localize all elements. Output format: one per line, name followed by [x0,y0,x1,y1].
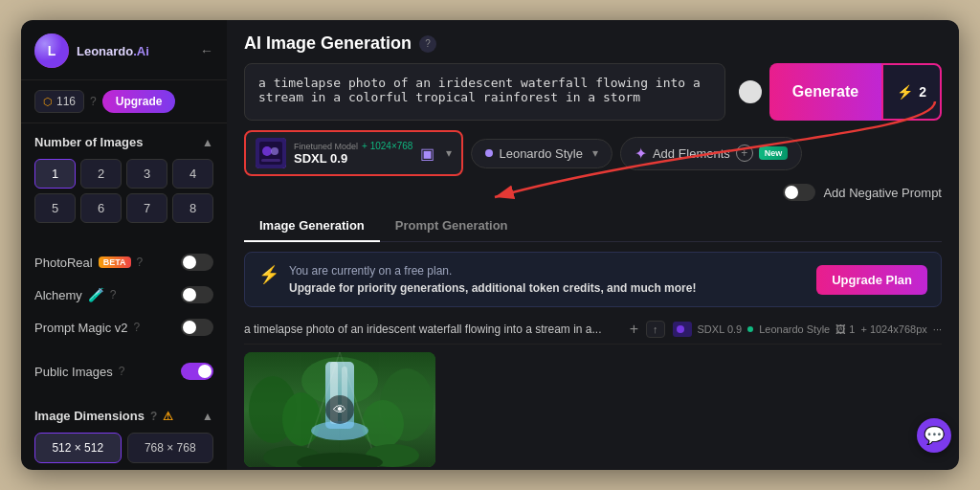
dimensions-grid: 512 × 512 768 × 768 [34,433,213,463]
upgrade-button[interactable]: Upgrade [102,90,176,113]
generation-row: a timelapse photo of an iridescent water… [244,315,942,345]
num-btn-7[interactable]: 7 [126,193,167,223]
style-dot-icon [485,149,493,157]
model-tag-text: Finetuned Model [294,142,358,151]
svg-point-14 [362,400,404,448]
num-btn-1[interactable]: 1 [34,159,76,189]
gen-model-label: SDXL 0.9 [698,323,743,335]
public-images-help-icon[interactable]: ? [119,365,125,378]
prompt-magic-help-icon[interactable]: ? [134,321,141,334]
prompt-toggle[interactable] [739,80,762,103]
logo-avatar: L [34,33,69,68]
num-btn-6[interactable]: 6 [80,193,122,223]
dim-btn-768[interactable]: 768 × 768 [127,433,214,463]
public-images-row: Public Images ? [21,355,227,388]
generation-meta: SDXL 0.9 Leonardo Style 🖼 1 + 1024x768px… [673,322,942,337]
banner-text: You are currently on a free plan. Upgrad… [289,262,696,297]
prompt-input[interactable]: a timelapse photo of an iridescent water… [244,63,725,121]
svg-point-4 [262,146,272,156]
generate-area: Generate ⚡ 2 [769,63,942,121]
dim-btn-512[interactable]: 512 × 512 [34,433,122,463]
prompt-magic-label: Prompt Magic v2 ? [34,321,140,335]
negative-prompt-label: Add Negative Prompt [823,186,942,200]
upgrade-plan-button[interactable]: Upgrade Plan [816,265,927,295]
tab-image-generation[interactable]: Image Generation [244,211,380,242]
token-count: ⬡ 116 [34,90,84,113]
chevron-up-icon[interactable]: ▲ [202,136,213,149]
token-icon: ⬡ [43,96,53,108]
number-grid: 1 2 3 4 5 6 7 8 [34,159,213,223]
gen-more-options[interactable]: ··· [933,323,942,335]
tab-prompt-generation[interactable]: Prompt Generation [380,211,523,242]
new-badge: New [759,146,789,160]
svg-rect-6 [261,159,280,162]
upload-icon[interactable]: ↑ [646,321,665,338]
model-selector[interactable]: Finetuned Model + 1024×768 SDXL 0.9 ▣ ▾ [244,130,463,176]
svg-text:L: L [48,43,56,58]
dimensions-chevron-icon[interactable]: ▲ [202,410,213,423]
banner-line1: You are currently on a free plan. [289,264,452,278]
image-grid: 👁 [244,352,942,470]
bolt-icon: ⚡ [258,264,279,285]
public-images-toggle[interactable] [181,363,213,380]
style-selector[interactable]: Leonardo Style ▾ [471,139,612,168]
negative-prompt-toggle[interactable] [783,184,815,201]
add-elements-label: Add Elements [653,146,730,161]
alchemy-text: Alchemy [34,288,82,302]
photoreal-help-icon[interactable]: ? [137,256,144,269]
gen-resolution: + 1024x768px [860,323,926,335]
photoreal-label: PhotoReal BETA ? [34,256,143,270]
number-of-images-title: Number of Images [34,135,143,149]
page-title: AI Image Generation [244,33,412,54]
style-label: Leonardo Style [499,146,582,161]
dimensions-help-icon[interactable]: ? [150,410,157,423]
public-images-text: Public Images [34,365,113,379]
alchemy-toggle[interactable] [181,286,213,303]
num-btn-8[interactable]: 8 [172,193,213,223]
add-elements-button[interactable]: ✦ Add Elements + New [620,137,802,170]
prompt-magic-text: Prompt Magic v2 [34,321,128,335]
warning-icon: ⚠ [163,410,173,423]
public-images-label: Public Images ? [34,365,124,379]
svg-point-13 [282,392,321,446]
count-value: 2 [919,84,926,100]
banner-line2: Upgrade for priority generations, additi… [289,281,696,295]
num-btn-2[interactable]: 2 [80,159,122,189]
token-bar: ⬡ 116 ? Upgrade [21,80,227,123]
photoreal-badge: BETA [99,256,131,268]
gen-image-count: 🖼 1 [835,323,855,335]
alchemy-help-icon[interactable]: ? [110,288,117,301]
main-content: AI Image Generation ? a timelapse photo … [227,20,959,470]
token-help-icon[interactable]: ? [90,95,97,108]
model-dropdown-icon: ▾ [446,146,452,160]
section-header: Number of Images ▲ [34,135,213,149]
prompt-area: a timelapse photo of an iridescent water… [244,63,942,121]
banner-left: ⚡ You are currently on a free plan. Upgr… [258,262,696,297]
alchemy-row: Alchemy 🧪 ? [21,278,227,311]
gen-style-label: Leonardo Style [759,323,830,335]
plus-circle-icon: + [736,145,753,162]
num-btn-4[interactable]: 4 [172,159,213,189]
generate-button[interactable]: Generate [769,63,881,121]
image-preview-eye-icon[interactable]: 👁 [325,395,354,424]
generation-prompt-text: a timelapse photo of an iridescent water… [244,323,622,336]
back-arrow[interactable]: ← [200,43,213,58]
upgrade-banner: ⚡ You are currently on a free plan. Upgr… [244,252,942,307]
model-bar: Finetuned Model + 1024×768 SDXL 0.9 ▣ ▾ … [244,130,942,201]
dimensions-title: Image Dimensions ? ⚠ [34,409,173,423]
model-thumb-small [673,322,692,337]
svg-point-8 [677,325,684,333]
add-to-prompt-icon[interactable]: + [630,321,638,338]
model-icon: ▣ [420,145,434,163]
chat-bubble-button[interactable]: 💬 [917,418,951,453]
num-btn-5[interactable]: 5 [34,193,76,223]
generate-count[interactable]: ⚡ 2 [881,63,942,121]
num-btn-3[interactable]: 3 [126,159,167,189]
page-help-icon[interactable]: ? [419,35,436,53]
model-resolution: + 1024×768 [362,141,412,151]
logo-text: Leonardo.Ai [77,44,149,58]
prompt-magic-toggle[interactable] [181,319,213,336]
model-info: Finetuned Model + 1024×768 SDXL 0.9 [294,141,412,166]
photoreal-toggle[interactable] [181,254,213,271]
lightning-icon: ⚡ [897,84,913,100]
